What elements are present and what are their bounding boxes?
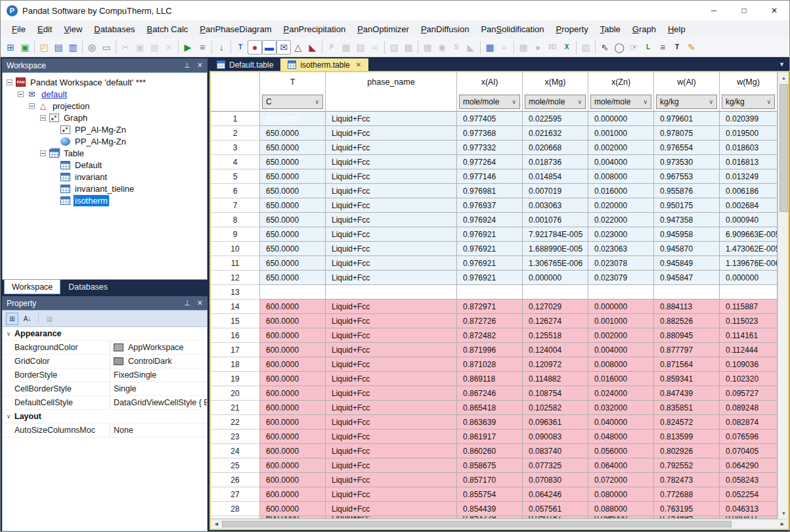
- zoom-icon[interactable]: ◯: [612, 40, 626, 55]
- table-cell[interactable]: 0.977264: [457, 155, 523, 169]
- table-cell[interactable]: 0.016000: [588, 184, 654, 198]
- tree-expander-icon[interactable]: [40, 115, 46, 121]
- table-cell[interactable]: 0.077325: [523, 458, 588, 473]
- table-cell[interactable]: [457, 285, 523, 299]
- table-cell[interactable]: 0.016000: [588, 372, 654, 386]
- table-cell[interactable]: 0.023079: [588, 271, 654, 285]
- table-cell[interactable]: 0.108754: [523, 386, 588, 401]
- table-cell[interactable]: 0.070405: [720, 444, 778, 458]
- point-calculation-icon[interactable]: ●: [248, 40, 262, 55]
- unit-select-x-zn[interactable]: mole/mole∨: [590, 95, 651, 109]
- table-cell[interactable]: 0.000000: [720, 271, 778, 285]
- table-cell[interactable]: 0.112444: [720, 343, 778, 357]
- row-header-cell[interactable]: 20: [211, 386, 260, 401]
- table-cell[interactable]: 0.976921: [457, 242, 523, 256]
- property-row-borderstyle[interactable]: BorderStyleFixedSingle: [3, 368, 207, 382]
- table-cell[interactable]: 650.0000: [260, 141, 326, 155]
- row-header-cell[interactable]: 7: [211, 198, 260, 213]
- column-header-x-al[interactable]: x(Al): [457, 72, 523, 92]
- row-header-cell[interactable]: 3: [211, 141, 260, 155]
- table-cell[interactable]: 0.978075: [654, 126, 720, 141]
- table-cell[interactable]: Liquid+Fcc: [326, 169, 457, 184]
- tree-item-pp-al-mg-zn[interactable]: PP_Al-Mg-Zn: [3, 123, 207, 135]
- tree-expander-icon[interactable]: [29, 103, 35, 109]
- table-cell[interactable]: 0.763195: [654, 502, 720, 516]
- column-header-w-mg[interactable]: w(Mg): [720, 72, 778, 92]
- table-cell[interactable]: 0.014854: [523, 169, 588, 184]
- section-calculation-icon[interactable]: ✉: [276, 40, 291, 55]
- table-cell[interactable]: 650.0000: [260, 227, 326, 242]
- table-cell[interactable]: 0.089248: [720, 401, 778, 415]
- tree-item-invariant-tieline[interactable]: invariant_tieline: [3, 183, 207, 194]
- unit-select-x-al[interactable]: mole/mole∨: [459, 95, 520, 109]
- table-cell[interactable]: Liquid+Fcc: [326, 401, 457, 415]
- menu-item-batch-calc[interactable]: Batch Calc: [141, 22, 194, 37]
- table-cell[interactable]: 0.114161: [720, 328, 778, 343]
- table-cell[interactable]: 650.0000: [260, 213, 326, 227]
- row-header-cell[interactable]: 4: [211, 155, 260, 169]
- table-cell[interactable]: 0.967553: [654, 169, 720, 184]
- table-cell[interactable]: 0.024000: [588, 386, 654, 401]
- table-cell[interactable]: [654, 285, 720, 299]
- menu-item-panphasediagram[interactable]: PanPhaseDiagram: [194, 22, 277, 37]
- table-cell[interactable]: 0.950175: [654, 198, 720, 213]
- table-cell[interactable]: 0.022595: [523, 112, 588, 126]
- save-all-icon[interactable]: ▥: [66, 40, 80, 55]
- line-calculation-icon[interactable]: ▬: [262, 40, 276, 55]
- column-header-t[interactable]: T: [260, 72, 326, 92]
- row-header-cell[interactable]: 15: [211, 314, 260, 328]
- table-cell[interactable]: 0.824572: [654, 415, 720, 430]
- property-value[interactable]: ControlDark: [110, 357, 207, 366]
- table-cell[interactable]: 0.877797: [654, 343, 720, 357]
- table-cell[interactable]: 0.023063: [588, 242, 654, 256]
- table-cell[interactable]: 0.064246: [523, 487, 588, 502]
- table-cell[interactable]: 0.977146: [457, 169, 523, 184]
- table-cell[interactable]: 0.880945: [654, 328, 720, 343]
- table-cell[interactable]: 600.0000: [260, 328, 326, 343]
- row-header-cell[interactable]: 8: [211, 213, 260, 227]
- row-header-cell[interactable]: 23: [211, 430, 260, 444]
- row-header-cell[interactable]: 28: [211, 502, 260, 516]
- property-row-backgroundcolor[interactable]: BackgroundColorAppWorkspace: [3, 341, 207, 355]
- table-cell[interactable]: 0.013249: [720, 169, 778, 184]
- table-cell[interactable]: 0.125518: [523, 328, 588, 343]
- table-cell[interactable]: 600.0000: [260, 314, 326, 328]
- property-value[interactable]: AppWorkspace: [110, 343, 207, 352]
- row-header-cell[interactable]: 6: [211, 184, 260, 198]
- table-cell[interactable]: 0.056000: [588, 444, 654, 458]
- tree-item-isotherm[interactable]: isotherm: [3, 194, 207, 206]
- menu-item-panoptimizer[interactable]: PanOptimizer: [351, 22, 415, 37]
- table-cell[interactable]: 600.0000: [260, 372, 326, 386]
- table-cell[interactable]: 0.858675: [457, 458, 523, 473]
- sort-alphabetical-icon[interactable]: A↓: [21, 313, 33, 325]
- table-cell[interactable]: 0.023078: [588, 256, 654, 271]
- table-cell[interactable]: 0.976921: [457, 271, 523, 285]
- new-workspace-icon[interactable]: ⊞: [3, 40, 18, 55]
- close-icon[interactable]: ✕: [197, 299, 203, 307]
- menu-item-databases[interactable]: Databases: [88, 22, 141, 37]
- table-cell[interactable]: 0.869118: [457, 372, 523, 386]
- table-cell[interactable]: Liquid+Fcc: [326, 444, 457, 458]
- unit-select-w-mg[interactable]: kg/kg∨: [722, 95, 775, 109]
- table-cell[interactable]: 0.064000: [588, 458, 654, 473]
- pan-hand-icon[interactable]: ☞: [626, 40, 641, 55]
- table-cell[interactable]: 0.022000: [588, 213, 654, 227]
- table-cell[interactable]: Liquid+Fcc: [326, 357, 457, 372]
- table-cell[interactable]: 0.945958: [654, 227, 720, 242]
- scroll-right-icon[interactable]: ▶: [777, 521, 788, 527]
- table-cell[interactable]: Liquid+Fcc: [326, 328, 457, 343]
- tree-expander-icon[interactable]: [40, 150, 46, 156]
- table-cell[interactable]: [260, 285, 326, 299]
- table-cell[interactable]: Liquid+Fcc: [326, 430, 457, 444]
- table-cell[interactable]: 0.002684: [720, 198, 778, 213]
- row-header-cell[interactable]: 9: [211, 227, 260, 242]
- table-cell[interactable]: 600.0000: [260, 502, 326, 516]
- table-cell[interactable]: 0.018603: [720, 141, 778, 155]
- table-cell[interactable]: 0.835851: [654, 401, 720, 415]
- table-cell[interactable]: 0.945870: [654, 242, 720, 256]
- table-cell[interactable]: 0.076596: [720, 430, 778, 444]
- pin-icon[interactable]: ⊥: [184, 61, 190, 70]
- table-cell[interactable]: 0.048000: [588, 430, 654, 444]
- table-cell[interactable]: 0.855754: [457, 487, 523, 502]
- open-icon[interactable]: ◰: [37, 40, 51, 55]
